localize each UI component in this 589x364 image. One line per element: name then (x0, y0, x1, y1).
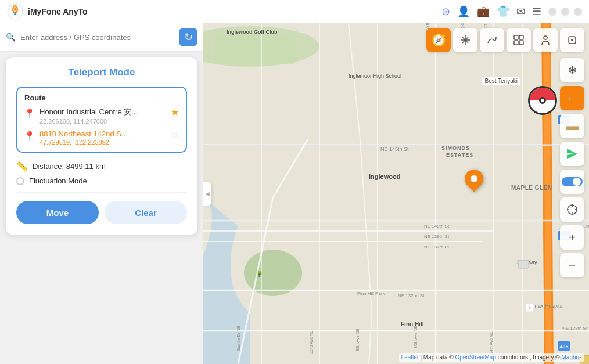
svg-point-7 (244, 250, 302, 296)
route-mode-button[interactable] (480, 28, 504, 52)
maximize-button[interactable]: □ (561, 8, 569, 16)
svg-text:Inglemoor High School: Inglemoor High School (349, 73, 401, 79)
svg-point-3 (14, 8, 16, 10)
menu-icon[interactable]: ☰ (532, 5, 541, 18)
top-toolbar: 🧭 (426, 28, 584, 52)
svg-rect-6 (215, 35, 296, 64)
svg-rect-64 (519, 41, 523, 45)
svg-text:NE 137th Pl: NE 137th Pl (424, 244, 449, 250)
location-pin[interactable] (465, 170, 483, 189)
svg-text:Inglewood: Inglewood (369, 173, 400, 180)
osm-link[interactable]: OpenStreetMap (455, 354, 496, 361)
teleport-mode-button[interactable]: 🧭 (426, 28, 451, 52)
app-title: iMyFone AnyTo (28, 7, 441, 16)
main-area: 🔍 ↻ Teleport Mode Route 📍 Honour Industr… (0, 23, 589, 364)
action-buttons: Move Clear (16, 201, 187, 224)
search-bar: 🔍 ↻ (0, 23, 203, 52)
distance-label: Distance: 8499.11 km (33, 162, 106, 171)
discord-icon[interactable]: ⊕ (441, 5, 450, 18)
svg-text:NE 132nd St: NE 132nd St (398, 293, 425, 298)
best-teriyaki-label: Best Teriyaki (482, 77, 520, 85)
move-button[interactable]: Move (16, 201, 99, 224)
zoom-out-button[interactable]: − (560, 253, 584, 277)
multi-stop-button[interactable] (507, 28, 531, 52)
svg-point-67 (571, 39, 573, 41)
destination-name: 8810 Northeast 142nd S... (39, 129, 166, 138)
origin-content: Honour Industrial Centre 安... 22.266100,… (39, 107, 166, 125)
svg-text:NE 128th St: NE 128th St (562, 326, 588, 331)
toggle-button[interactable] (560, 170, 584, 194)
right-float-buttons: ❄ ← ▬ (560, 58, 584, 277)
card-button[interactable]: ▬ (560, 114, 584, 138)
origin-dot-icon: 📍 (24, 108, 35, 118)
map-area[interactable]: 🌳 (203, 23, 589, 364)
destination-route-item: 📍 8810 Northeast 142nd S... 47.729519, -… (24, 129, 179, 146)
mail-icon[interactable]: ✉ (516, 5, 525, 18)
snowflake-button[interactable]: ❄ (560, 58, 584, 82)
leaflet-link[interactable]: Leaflet (401, 354, 419, 361)
app-logo (7, 3, 23, 20)
svg-point-69 (573, 178, 581, 186)
move-mode-button[interactable] (453, 28, 477, 52)
svg-text:80th Ave NE: 80th Ave NE (414, 326, 418, 348)
minimize-button[interactable]: ─ (548, 8, 556, 16)
svg-point-65 (544, 36, 547, 39)
fluctuation-label: Fluctuation Mode (29, 176, 87, 185)
titlebar-icons: ⊕ 👤 💼 👕 ✉ ☰ (441, 5, 541, 18)
titlebar: iMyFone AnyTo ⊕ 👤 💼 👕 ✉ ☰ ─ □ ✕ (0, 0, 589, 23)
svg-text:405: 405 (559, 344, 568, 349)
briefcase-icon[interactable]: 💼 (477, 5, 490, 18)
user-icon[interactable]: 👤 (457, 5, 470, 18)
distance-row: 📏 Distance: 8499.11 km (16, 161, 187, 172)
left-panel: 🔍 ↻ Teleport Mode Route 📍 Honour Industr… (0, 23, 203, 364)
destination-dot-icon: 📍 (24, 131, 35, 141)
teleport-card: Teleport Mode Route 📍 Honour Industrial … (6, 57, 197, 235)
svg-rect-63 (514, 41, 518, 45)
mapbox-link[interactable]: Mapbox (561, 354, 582, 361)
svg-text:SIMONDS: SIMONDS (441, 145, 470, 151)
attribution-text2: contributors , Imagery © (498, 354, 562, 361)
svg-rect-62 (519, 35, 523, 39)
teleport-mode-title: Teleport Mode (16, 67, 187, 78)
svg-text:Inglewood Golf Club: Inglewood Golf Club (227, 29, 278, 35)
route-box: Route 📍 Honour Industrial Centre 安... 22… (16, 87, 187, 153)
origin-route-item: 📍 Honour Industrial Centre 安... 22.26610… (24, 107, 179, 125)
origin-name: Honour Industrial Centre 安... (39, 107, 166, 117)
distance-icon: 📏 (16, 161, 28, 172)
svg-text:NE 140th St: NE 140th St (424, 224, 450, 229)
svg-text:94th Ave NE: 94th Ave NE (489, 331, 493, 354)
collapse-panel-button[interactable]: ◀ (203, 182, 211, 206)
svg-text:82nd Ave NE: 82nd Ave NE (309, 330, 313, 354)
svg-text:Finn Hill: Finn Hill (401, 321, 424, 327)
close-button[interactable]: ✕ (574, 8, 582, 16)
svg-text:Juanita Dr NE: Juanita Dr NE (236, 326, 240, 351)
svg-text:88th Ave NE: 88th Ave NE (355, 329, 360, 351)
svg-text:+: + (528, 305, 531, 311)
fluctuation-row: Fluctuation Mode (16, 176, 187, 185)
joystick-mode-button[interactable] (560, 28, 584, 52)
shirt-icon[interactable]: 👕 (497, 5, 509, 18)
search-input[interactable] (20, 33, 174, 42)
svg-text:NE 139th St: NE 139th St (424, 234, 450, 239)
svg-text:NE 145th St: NE 145th St (380, 146, 409, 152)
clear-button[interactable]: Clear (105, 201, 187, 224)
map-background: 🌳 (203, 23, 589, 364)
destination-content: 8810 Northeast 142nd S... 47.729519, -12… (39, 129, 166, 146)
destination-star-icon[interactable]: ☆ (171, 129, 179, 140)
origin-coords: 22.266100, 114.247000 (39, 118, 166, 125)
origin-star-icon[interactable]: ★ (171, 107, 179, 118)
avatar-mode-button[interactable] (533, 28, 558, 52)
fluctuation-radio[interactable] (16, 177, 24, 185)
svg-text:Finn Hill Park: Finn Hill Park (357, 291, 386, 296)
zoom-in-button[interactable]: + (560, 225, 584, 250)
destination-coords: 47.729519, -122.223892 (39, 139, 166, 146)
svg-rect-61 (514, 35, 518, 39)
paper-plane-button[interactable] (560, 142, 584, 166)
attribution-text: | Map data © (420, 354, 455, 361)
route-label: Route (24, 93, 179, 102)
crosshair-button[interactable] (560, 197, 584, 222)
search-refresh-button[interactable]: ↻ (179, 28, 197, 46)
pokeball-icon[interactable] (528, 86, 557, 115)
divider (16, 192, 187, 193)
back-button[interactable]: ← (560, 86, 584, 110)
